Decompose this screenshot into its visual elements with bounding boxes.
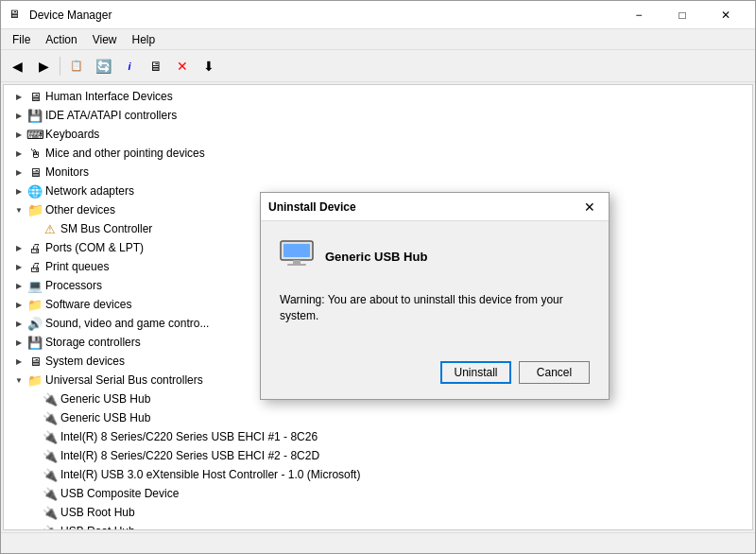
minimize-button[interactable]: − xyxy=(617,1,661,29)
icon-other: 📁 xyxy=(26,202,43,217)
expand-ports[interactable]: ▶ xyxy=(11,240,26,255)
label-print: Print queues xyxy=(43,260,109,273)
expand-usb6 xyxy=(26,486,42,501)
app-icon: 🖥 xyxy=(9,8,24,23)
tree-item-usb8[interactable]: 🔌 USB Root Hub xyxy=(4,522,752,530)
icon-ide: 💾 xyxy=(26,108,43,123)
title-bar: 🖥 Device Manager − □ ✕ xyxy=(1,1,755,29)
expand-network[interactable]: ▶ xyxy=(11,183,26,199)
icon-monitors: 🖥 xyxy=(26,164,43,180)
label-usb2: Generic USB Hub xyxy=(59,411,150,424)
icon-print: 🖨 xyxy=(26,259,43,274)
scan-button[interactable]: 🖥 xyxy=(144,54,168,78)
dialog-device-icon xyxy=(280,240,314,273)
icon-processors: 💻 xyxy=(26,278,43,293)
icon-usb2: 🔌 xyxy=(42,410,59,425)
tree-item-ide[interactable]: ▶ 💾 IDE ATA/ATAPI controllers xyxy=(4,106,752,125)
label-other: Other devices xyxy=(43,203,115,216)
dialog-buttons: Uninstall Cancel xyxy=(261,361,609,399)
menu-file[interactable]: File xyxy=(5,31,38,48)
expand-mice[interactable]: ▶ xyxy=(11,146,26,161)
help-button[interactable]: i xyxy=(117,54,142,78)
expand-hid[interactable]: ▶ xyxy=(11,89,26,104)
label-hid: Human Interface Devices xyxy=(43,90,173,103)
tree-item-mice[interactable]: ▶ 🖱 Mice and other pointing devices xyxy=(4,144,752,163)
tree-item-usb3[interactable]: 🔌 Intel(R) 8 Series/C220 Series USB EHCI… xyxy=(4,427,752,446)
update-driver-button[interactable]: 🔄 xyxy=(91,54,115,78)
label-usb1: Generic USB Hub xyxy=(59,392,150,406)
tree-item-keyboards[interactable]: ▶ ⌨ Keyboards xyxy=(4,125,752,144)
tree-item-usb4[interactable]: 🔌 Intel(R) 8 Series/C220 Series USB EHCI… xyxy=(4,446,752,465)
icon-usb-controllers: 📁 xyxy=(26,372,43,388)
icon-software: 📁 xyxy=(26,297,43,312)
back-button[interactable]: ◀ xyxy=(5,54,29,78)
icon-usb1: 🔌 xyxy=(42,391,59,407)
expand-usb8 xyxy=(26,524,42,530)
tree-item-monitors[interactable]: ▶ 🖥 Monitors xyxy=(4,163,752,182)
icon-usb3: 🔌 xyxy=(42,429,59,444)
forward-button[interactable]: ▶ xyxy=(31,54,56,78)
menu-action[interactable]: Action xyxy=(38,31,84,48)
svg-rect-1 xyxy=(293,260,301,264)
expand-system[interactable]: ▶ xyxy=(11,354,26,369)
menu-view[interactable]: View xyxy=(85,31,125,48)
expand-other[interactable]: ▼ xyxy=(11,202,26,217)
label-ports: Ports (COM & LPT) xyxy=(43,241,144,254)
cancel-button[interactable]: Cancel xyxy=(519,361,590,384)
svg-rect-2 xyxy=(287,264,306,266)
dialog-close-button[interactable]: ✕ xyxy=(578,196,601,218)
menu-bar: File Action View Help xyxy=(1,29,755,50)
tree-item-usb5[interactable]: 🔌 Intel(R) USB 3.0 eXtensible Host Contr… xyxy=(4,465,752,484)
menu-help[interactable]: Help xyxy=(125,31,163,48)
icon-system: 🖥 xyxy=(26,354,43,369)
label-usb: Universal Serial Bus controllers xyxy=(43,373,203,387)
dialog-device-name: Generic USB Hub xyxy=(325,250,427,264)
expand-usb3 xyxy=(26,429,42,444)
expand-keyboards[interactable]: ▶ xyxy=(11,127,26,142)
label-monitors: Monitors xyxy=(43,165,89,179)
remove-button[interactable]: ✕ xyxy=(170,54,195,78)
maximize-button[interactable]: □ xyxy=(661,1,704,29)
download-button[interactable]: ⬇ xyxy=(197,54,221,78)
expand-sound[interactable]: ▶ xyxy=(11,316,26,331)
window-controls: − □ ✕ xyxy=(617,1,747,29)
expand-usb7 xyxy=(26,505,42,520)
expand-processors[interactable]: ▶ xyxy=(11,278,26,293)
dialog-device-row: Generic USB Hub xyxy=(280,240,590,273)
icon-usb5: 🔌 xyxy=(42,467,59,482)
label-system: System devices xyxy=(43,355,125,368)
expand-ide[interactable]: ▶ xyxy=(11,108,26,123)
status-bar xyxy=(1,532,755,553)
expand-usb[interactable]: ▼ xyxy=(11,372,26,388)
label-processors: Processors xyxy=(43,279,102,292)
dialog-warning: Warning: You are about to uninstall this… xyxy=(280,292,590,324)
label-usb5: Intel(R) USB 3.0 eXtensible Host Control… xyxy=(59,468,360,481)
expand-software[interactable]: ▶ xyxy=(11,297,26,312)
tree-item-usb7[interactable]: 🔌 USB Root Hub xyxy=(4,503,752,522)
expand-print[interactable]: ▶ xyxy=(11,259,26,274)
properties-button[interactable]: 📋 xyxy=(64,54,89,78)
tree-item-hid[interactable]: ▶ 🖥 Human Interface Devices xyxy=(4,87,752,106)
icon-ports: 🖨 xyxy=(26,240,43,255)
expand-monitors[interactable]: ▶ xyxy=(11,164,26,180)
uninstall-button[interactable]: Uninstall xyxy=(440,361,511,384)
label-network: Network adapters xyxy=(43,184,134,198)
label-usb8: USB Root Hub xyxy=(59,525,135,530)
icon-usb6: 🔌 xyxy=(42,486,59,501)
expand-storage[interactable]: ▶ xyxy=(11,335,26,350)
close-button[interactable]: ✕ xyxy=(704,1,747,29)
label-storage: Storage controllers xyxy=(43,336,141,349)
expand-usb5 xyxy=(26,467,42,482)
tree-item-usb2[interactable]: 🔌 Generic USB Hub xyxy=(4,408,752,427)
svg-rect-3 xyxy=(284,244,310,257)
icon-storage: 💾 xyxy=(26,335,43,350)
tree-item-usb6[interactable]: 🔌 USB Composite Device xyxy=(4,484,752,503)
expand-usb4 xyxy=(26,448,42,463)
expand-smbus xyxy=(26,221,42,236)
label-usb4: Intel(R) 8 Series/C220 Series USB EHCI #… xyxy=(59,449,319,462)
icon-mice: 🖱 xyxy=(26,146,43,161)
label-ide: IDE ATA/ATAPI controllers xyxy=(43,109,177,122)
toolbar: ◀ ▶ 📋 🔄 i 🖥 ✕ ⬇ xyxy=(1,50,755,82)
expand-usb2 xyxy=(26,410,42,425)
label-sound: Sound, video and game contro... xyxy=(43,317,209,330)
